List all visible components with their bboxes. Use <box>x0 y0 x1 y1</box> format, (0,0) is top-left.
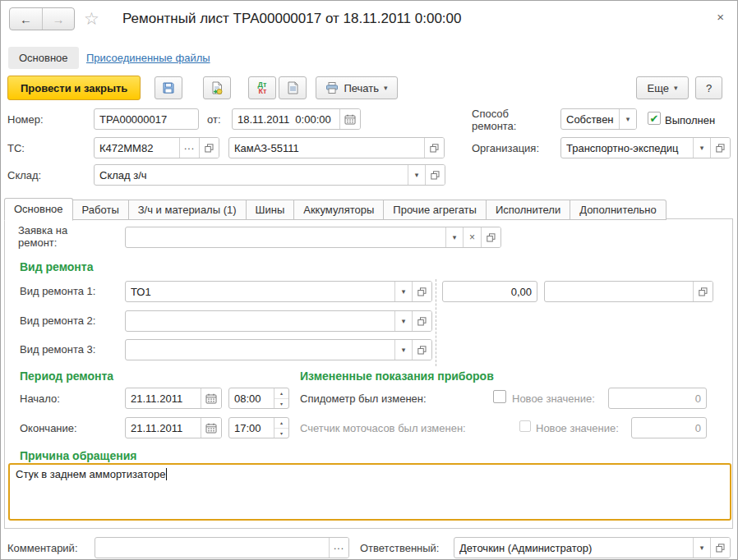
back-button[interactable]: ← <box>10 8 42 30</box>
select-icon[interactable]: ... <box>329 538 348 558</box>
engine-hours-changed-checkbox <box>519 420 531 432</box>
save-button[interactable] <box>155 76 182 99</box>
period-heading: Период ремонта <box>20 370 113 383</box>
forward-button[interactable]: → <box>42 8 74 30</box>
repair-kind-amount-input[interactable] <box>443 282 537 301</box>
post-document-button[interactable] <box>203 76 231 99</box>
spin-up-icon[interactable]: ▴ <box>274 418 288 428</box>
spin-down-icon[interactable]: ▾ <box>274 398 288 409</box>
open-icon[interactable] <box>412 340 431 360</box>
favorite-star-icon[interactable]: ☆ <box>84 9 99 29</box>
open-icon[interactable] <box>710 538 730 558</box>
vehicle-input[interactable] <box>95 138 179 158</box>
end-date-input[interactable] <box>126 418 201 438</box>
repair-method-input[interactable] <box>561 109 619 129</box>
open-icon[interactable] <box>412 282 431 301</box>
open-icon[interactable] <box>425 165 445 185</box>
open-icon[interactable] <box>412 311 431 331</box>
date-input[interactable] <box>233 109 339 129</box>
tab-shiny[interactable]: Шины <box>247 200 295 220</box>
chevron-down-icon[interactable]: ▾ <box>619 109 636 129</box>
column-splitter[interactable] <box>436 279 436 366</box>
repair-kind-amount-field-wrap <box>442 281 537 302</box>
repair-kind-extra-field-wrap <box>544 281 713 302</box>
vehicle-field-wrap: ... <box>94 137 219 158</box>
print-button[interactable]: Печать ▾ <box>316 76 398 99</box>
clear-icon[interactable]: × <box>463 227 481 247</box>
repair-method-label: Способ ремонта: <box>472 108 531 132</box>
chevron-down-icon[interactable]: ▾ <box>693 138 710 158</box>
calendar-icon[interactable] <box>201 418 221 438</box>
start-date-input[interactable] <box>126 388 201 408</box>
tab-ispolniteli[interactable]: Исполнители <box>487 200 570 220</box>
start-time-field-wrap: ▴ ▾ <box>228 388 289 409</box>
calendar-icon[interactable] <box>339 109 360 129</box>
chevron-down-icon[interactable]: ▾ <box>394 340 412 360</box>
repair-kind-1-input[interactable] <box>126 282 394 301</box>
vehicle-model-input[interactable] <box>229 138 424 158</box>
speedometer-new-value-input[interactable] <box>609 388 706 408</box>
page-title: Ремонтный лист ТРА00000017 от 18.11.2011… <box>122 11 462 27</box>
tab-osnovnoe[interactable]: Основное <box>4 198 73 221</box>
tab-zch-materialy[interactable]: З/ч и материалы (1) <box>129 200 247 220</box>
request-input[interactable] <box>126 227 445 247</box>
tab-main[interactable]: Основное <box>8 47 79 69</box>
open-icon[interactable] <box>424 138 444 158</box>
chevron-down-icon[interactable]: ▾ <box>394 282 412 301</box>
open-icon[interactable] <box>199 138 219 158</box>
chevron-down-icon[interactable]: ▾ <box>394 311 412 331</box>
number-input[interactable] <box>95 109 198 129</box>
end-time-input[interactable] <box>229 418 274 438</box>
comment-label: Комментарий: <box>7 542 78 554</box>
open-icon[interactable] <box>481 227 500 247</box>
comment-input[interactable] <box>95 538 329 558</box>
help-label: ? <box>706 82 712 94</box>
end-date-field-wrap <box>125 417 222 438</box>
reason-text: Стук в заднем аммортизаторе <box>16 468 165 480</box>
repair-kind-2-input[interactable] <box>126 311 394 331</box>
reason-textarea[interactable]: Стук в заднем аммортизаторе <box>8 463 731 521</box>
chevron-down-icon[interactable]: ▾ <box>408 165 425 185</box>
organization-input[interactable] <box>561 138 693 158</box>
more-label: Еще <box>648 82 669 94</box>
tab-prochie-agregaty[interactable]: Прочие агрегаты <box>384 200 487 220</box>
engine-hours-new-value-field-wrap <box>631 417 707 438</box>
tab-dopolnitelno[interactable]: Дополнительно <box>570 200 667 220</box>
calendar-icon[interactable] <box>201 388 221 408</box>
chevron-down-icon[interactable]: ▾ <box>445 227 463 247</box>
close-icon[interactable]: × <box>717 11 724 23</box>
floppy-icon <box>162 81 175 94</box>
document-register-button[interactable] <box>279 76 307 99</box>
post-and-close-button[interactable]: Провести и закрыть <box>7 76 141 100</box>
select-icon[interactable]: ... <box>179 138 199 158</box>
open-icon[interactable] <box>693 282 713 301</box>
date-field-wrap <box>232 108 361 130</box>
responsible-label: Ответственный: <box>360 542 439 554</box>
attached-files-link[interactable]: Присоединенные файлы <box>86 52 210 64</box>
responsible-field-wrap: ▾ <box>454 537 731 558</box>
request-label: Заявка на ремонт: <box>18 224 87 249</box>
more-button[interactable]: Еще ▾ <box>636 76 689 99</box>
dt-kt-button[interactable]: ДтКт <box>248 76 276 99</box>
chevron-down-icon: ▾ <box>384 84 388 92</box>
repair-kind-extra-input[interactable] <box>545 282 693 301</box>
help-button[interactable]: ? <box>695 76 722 99</box>
warehouse-input[interactable] <box>95 165 408 185</box>
chevron-down-icon[interactable]: ▾ <box>693 538 710 558</box>
speedometer-changed-checkbox[interactable] <box>493 390 506 403</box>
repair-kind-3-input[interactable] <box>126 340 394 360</box>
open-icon[interactable] <box>710 138 730 158</box>
spin-up-icon[interactable]: ▴ <box>274 388 288 398</box>
engine-hours-new-value-input[interactable] <box>632 418 706 438</box>
print-label: Печать <box>344 82 379 94</box>
tab-raboty[interactable]: Работы <box>73 200 129 220</box>
date-label: от: <box>207 113 221 126</box>
meters-heading: Измененные показания приборов <box>300 370 494 383</box>
start-time-input[interactable] <box>229 388 274 408</box>
spin-down-icon[interactable]: ▾ <box>274 428 288 438</box>
comment-field-wrap: ... <box>95 537 349 558</box>
end-label: Окончание: <box>20 422 77 434</box>
responsible-input[interactable] <box>454 538 693 558</box>
done-checkbox[interactable] <box>648 112 661 125</box>
tab-akkumulyatory[interactable]: Аккумуляторы <box>294 200 384 220</box>
